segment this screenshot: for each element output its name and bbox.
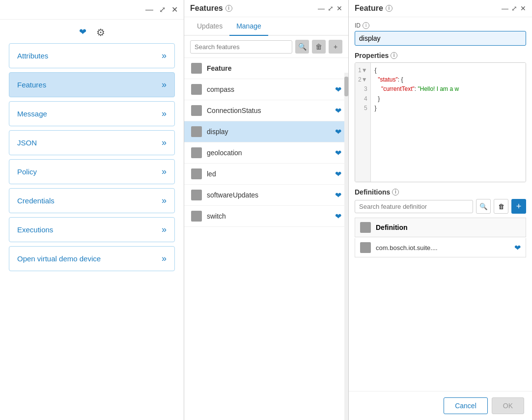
definition-item[interactable]: com.bosch.iot.suite.... ❤ (355, 238, 526, 257)
middle-panel-controls: — ⤢ ✕ (318, 4, 342, 12)
chevron-right-icon: » (162, 196, 167, 206)
feature-name: geolocation (207, 149, 330, 157)
maximize-button-left[interactable]: ⤢ (158, 4, 167, 15)
def-item-icon-sq (360, 242, 371, 253)
chevron-right-icon: » (162, 80, 167, 90)
nav-item-message[interactable]: Message » (9, 101, 175, 126)
feature-name: led (207, 170, 330, 178)
nav-item-label: Executions (17, 225, 53, 234)
nav-item-json[interactable]: JSON » (9, 130, 175, 155)
middle-scrollbar[interactable] (344, 73, 348, 420)
feature-sq-icon (191, 84, 202, 95)
feature-name: switch (207, 212, 330, 220)
feature-list-header: Feature (184, 58, 348, 79)
properties-info-icon[interactable]: i (391, 52, 397, 59)
def-add-button[interactable]: + (511, 199, 526, 214)
def-search-button[interactable]: 🔍 (476, 199, 491, 214)
code-content: 1▼ 2▼ 3 4 5 { "status": { "currentText":… (355, 63, 526, 182)
chevron-right-icon: » (162, 224, 167, 235)
definitions-section: Definitions i 🔍 🗑 + Definition com.bosch… (349, 185, 532, 260)
right-panel-title: Feature i (355, 4, 392, 13)
feature-sq-icon (191, 211, 202, 222)
nav-item-label: Features (17, 81, 46, 89)
feature-sq-icon (191, 105, 202, 116)
nav-list: Attributes » Features » Message » JSON »… (0, 43, 184, 420)
add-feature-button[interactable]: + (329, 40, 342, 54)
left-panel-header: — ⤢ ✕ (0, 0, 184, 20)
maximize-button-middle[interactable]: ⤢ (328, 4, 334, 12)
code-editor[interactable]: 1▼ 2▼ 3 4 5 { "status": { "currentText":… (355, 62, 526, 182)
tab-manage[interactable]: Manage (229, 17, 268, 36)
chevron-right-icon: » (162, 109, 167, 119)
feature-sq-icon (191, 126, 202, 137)
nav-item-features[interactable]: Features » (9, 72, 175, 97)
id-section: ID i (349, 17, 532, 49)
feature-search-bar: 🔍 🗑 + (184, 36, 348, 58)
feature-title: Feature (355, 4, 383, 13)
search-features-input[interactable] (190, 40, 292, 54)
nav-item-executions[interactable]: Executions » (9, 217, 175, 242)
properties-section: Properties i 1▼ 2▼ 3 4 5 { "status": { "… (349, 49, 532, 185)
right-panel: Feature i — ⤢ ✕ ID i Properties i 1▼ 2▼ … (349, 0, 532, 420)
cancel-button[interactable]: Cancel (444, 397, 488, 414)
feature-item-connectionstatus[interactable]: ConnectionStatus ❤ (184, 100, 348, 121)
nav-item-label: Message (17, 110, 47, 118)
def-column-header: Definition (376, 224, 408, 231)
heart-icon-compass: ❤ (335, 85, 341, 94)
search-button[interactable]: 🔍 (295, 40, 309, 54)
nav-item-policy[interactable]: Policy » (9, 159, 175, 184)
nav-item-attributes[interactable]: Attributes » (9, 43, 175, 68)
chevron-right-icon: » (162, 138, 167, 148)
delete-feature-button[interactable]: 🗑 (312, 40, 326, 54)
feature-info-icon[interactable]: i (386, 5, 392, 12)
feature-item-compass[interactable]: compass ❤ (184, 79, 348, 100)
ok-button[interactable]: OK (492, 397, 524, 414)
minimize-button-middle[interactable]: — (318, 4, 325, 12)
right-panel-controls: — ⤢ ✕ (502, 4, 526, 12)
line-numbers: 1▼ 2▼ 3 4 5 (355, 63, 371, 182)
close-button-middle[interactable]: ✕ (336, 4, 342, 12)
definitions-list-header: Definition (355, 218, 526, 237)
header-icon-sq (191, 63, 202, 74)
feature-name: compass (207, 85, 330, 93)
middle-panel: Features i — ⤢ ✕ Updates Manage 🔍 🗑 + Fe… (184, 0, 349, 420)
feature-sq-icon (191, 147, 202, 158)
tools-icon: ⚙ (96, 27, 105, 38)
heart-icon-softwareupdates: ❤ (335, 191, 341, 200)
definitions-info-icon[interactable]: i (392, 189, 399, 196)
feature-item-geolocation[interactable]: geolocation ❤ (184, 142, 348, 164)
feature-item-display[interactable]: display ❤ (184, 121, 348, 142)
heart-icon-geolocation: ❤ (335, 148, 341, 158)
close-button-left[interactable]: ✕ (170, 4, 179, 15)
tab-updates[interactable]: Updates (190, 17, 229, 36)
features-info-icon[interactable]: i (225, 5, 232, 12)
close-button-right[interactable]: ✕ (520, 4, 526, 12)
chevron-right-icon: » (162, 253, 167, 264)
nav-item-label: JSON (17, 139, 37, 147)
feature-item-softwareupdates[interactable]: softwareUpdates ❤ (184, 185, 348, 206)
nav-item-credentials[interactable]: Credentials » (9, 188, 175, 213)
feature-item-switch[interactable]: switch ❤ (184, 206, 348, 227)
feature-sq-icon (191, 168, 202, 179)
nav-item-label: Open virtual demo device (17, 254, 101, 263)
feature-name: ConnectionStatus (207, 107, 330, 114)
id-input[interactable] (355, 31, 526, 46)
def-delete-button[interactable]: 🗑 (494, 199, 508, 214)
feature-item-led[interactable]: led ❤ (184, 164, 348, 185)
editor-scrollbar-horizontal[interactable] (355, 182, 526, 182)
search-definitions-input[interactable] (355, 200, 473, 213)
features-title: Features (190, 4, 223, 13)
chevron-right-icon: » (162, 167, 167, 177)
nav-item-open-virtual[interactable]: Open virtual demo device » (9, 246, 175, 271)
minimize-button-left[interactable]: — (144, 4, 154, 15)
id-info-icon[interactable]: i (363, 22, 369, 29)
feature-list: Feature compass ❤ ConnectionStatus ❤ dis… (184, 58, 348, 420)
feature-column-header: Feature (207, 64, 232, 72)
minimize-button-right[interactable]: — (502, 4, 508, 12)
definitions-search-bar: 🔍 🗑 + (355, 199, 526, 214)
heart-icon: ❤ (79, 27, 86, 38)
heart-icon-switch: ❤ (335, 212, 341, 221)
maximize-button-right[interactable]: ⤢ (511, 4, 517, 12)
action-buttons: Cancel OK (349, 391, 532, 420)
tabs-bar: Updates Manage (184, 17, 348, 36)
